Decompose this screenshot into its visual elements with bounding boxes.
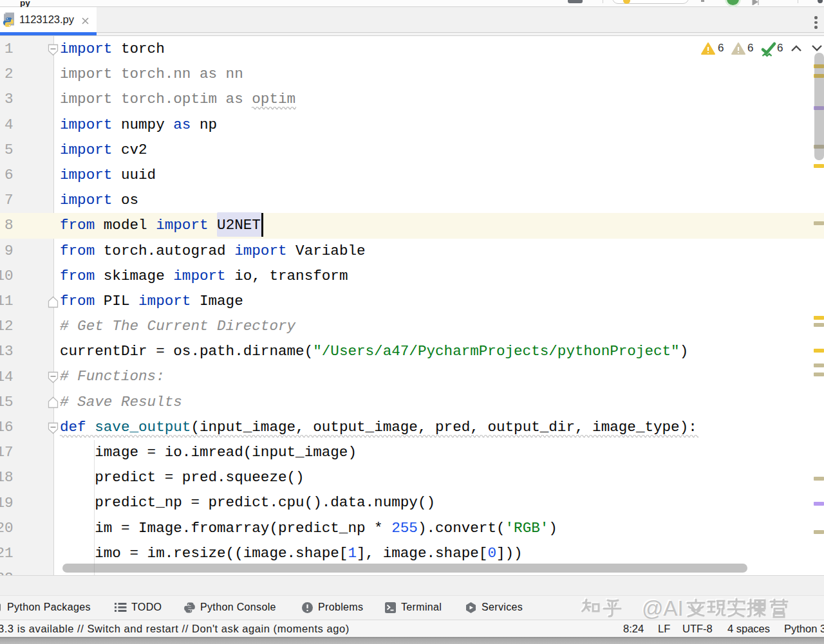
svg-text:@AI: @AI [642, 596, 684, 620]
